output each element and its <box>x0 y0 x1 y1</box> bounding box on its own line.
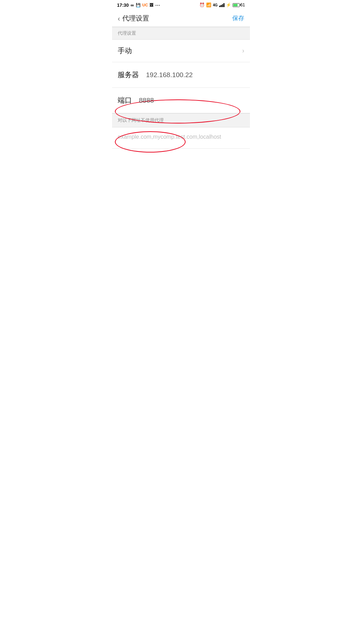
save-icon: 💾 <box>136 3 141 7</box>
nav-bar: ‹ 代理设置 保存 <box>112 10 250 27</box>
server-item[interactable]: 服务器 192.168.100.22 <box>112 62 250 88</box>
port-value: 8888 <box>139 97 244 104</box>
manual-item[interactable]: 手动 › <box>112 40 250 62</box>
save-button[interactable]: 保存 <box>232 14 244 22</box>
status-right: ⏰ 📶 4G ⚡ 61 <box>199 2 245 7</box>
status-left: 17:30 ∞ 💾 UC 🖼 ··· <box>117 2 160 8</box>
uc-icon: UC <box>142 3 148 7</box>
exclusion-placeholder[interactable]: example.com,mycomp.test.com,localhost <box>112 127 250 149</box>
section-header-label: 代理设置 <box>118 30 136 36</box>
proxy-fields-section: 服务器 192.168.100.22 端口 8888 <box>112 62 250 113</box>
chevron-right-icon: › <box>242 47 244 54</box>
loop-icon: ∞ <box>130 2 134 8</box>
alarm-icon: ⏰ <box>199 2 205 7</box>
battery-indicator: 61 <box>233 2 245 7</box>
more-icon: ··· <box>155 2 160 8</box>
status-bar: 17:30 ∞ 💾 UC 🖼 ··· ⏰ 📶 4G ⚡ 61 <box>112 0 250 10</box>
lightning-icon: ⚡ <box>226 2 231 7</box>
exclusion-placeholder-text: example.com,mycomp.test.com,localhost <box>118 134 221 140</box>
content-wrapper: 手动 › 服务器 192.168.100.22 端口 8888 对以下网址不使用… <box>112 40 250 149</box>
back-button[interactable]: ‹ 代理设置 <box>118 14 149 23</box>
manual-section: 手动 › <box>112 40 250 62</box>
server-value: 192.168.100.22 <box>146 71 244 79</box>
battery-level: 61 <box>240 2 245 7</box>
page-title: 代理设置 <box>122 14 149 23</box>
exclusion-input-section: example.com,mycomp.test.com,localhost <box>112 127 250 149</box>
signal-bars <box>219 3 224 7</box>
manual-label: 手动 <box>118 46 132 56</box>
gallery-icon: 🖼 <box>150 3 153 7</box>
port-item[interactable]: 端口 8888 <box>112 88 250 113</box>
exclusion-section-header: 对以下网址不使用代理 <box>112 113 250 127</box>
exclusion-header-label: 对以下网址不使用代理 <box>118 117 164 123</box>
signal-4g-label: 4G <box>213 3 217 7</box>
server-label: 服务器 <box>118 70 139 80</box>
port-label: 端口 <box>118 96 132 105</box>
time-display: 17:30 <box>117 2 129 8</box>
section-header-proxy: 代理设置 <box>112 27 250 40</box>
back-icon: ‹ <box>118 15 120 22</box>
wifi-icon: 📶 <box>206 2 211 7</box>
